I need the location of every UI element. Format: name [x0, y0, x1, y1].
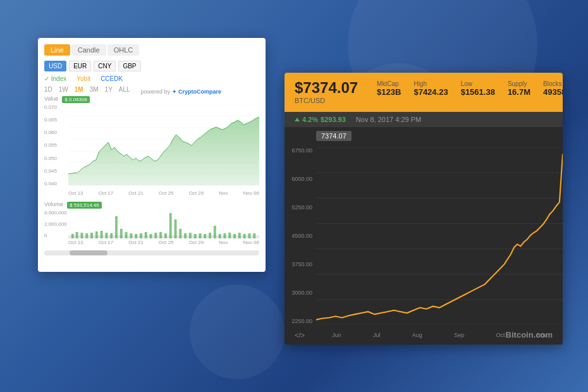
exchange-ccedk[interactable]: CCEDK — [101, 75, 123, 82]
bitcoin-widget: $7374.07 BTC/USD MktCap $123B High $7424… — [285, 73, 563, 345]
exchange-yobit[interactable]: Yobit — [77, 75, 90, 82]
btc-chart-area: 6750.00 6000.00 5250.00 4500.00 3750.00 … — [285, 141, 563, 343]
cryptocompare-widget: Line Candle OHLC powered by ✦ CryptoComp… — [38, 38, 266, 272]
svg-rect-10 — [76, 232, 78, 238]
current-value: $ 0.06308 — [62, 96, 90, 103]
chart-scrollbar[interactable] — [44, 250, 259, 255]
svg-rect-37 — [209, 233, 211, 238]
svg-rect-42 — [233, 234, 236, 238]
range-1y[interactable]: 1Y — [105, 86, 113, 93]
btc-stats: MktCap $123B High $7424.23 Low $1561.38 … — [377, 80, 563, 97]
svg-rect-31 — [179, 229, 181, 238]
svg-rect-19 — [120, 229, 123, 238]
volume-chart: 4,000,000 2,000,000 0 — [44, 210, 259, 238]
value-label: Value — [44, 95, 58, 102]
svg-rect-44 — [243, 234, 246, 238]
stat-blocks: Blocks 493587 — [543, 80, 563, 97]
chart-tabs: Line Candle OHLC powered by ✦ CryptoComp… — [44, 44, 259, 56]
volume-value: $ 593,514.46 — [67, 202, 102, 209]
btc-price-block: $7374.07 BTC/USD — [295, 80, 358, 104]
svg-rect-26 — [154, 233, 157, 238]
x-axis: Oct 13 Oct 17 Oct 21 Oct 25 Oct 29 Nov N… — [44, 190, 259, 196]
svg-rect-38 — [214, 226, 216, 238]
stat-supply: Supply 16.7M — [508, 80, 530, 97]
range-all[interactable]: ALL — [119, 86, 130, 93]
current-price-box: 7374.07 — [316, 131, 352, 141]
svg-rect-43 — [238, 233, 241, 238]
svg-rect-11 — [80, 233, 83, 238]
svg-rect-33 — [189, 233, 192, 238]
stat-low: Low $1561.38 — [461, 80, 495, 97]
exchange-row: ✓ Index Yobit CCEDK — [44, 75, 259, 82]
range-1m[interactable]: 1M — [75, 86, 83, 93]
svg-rect-18 — [115, 216, 118, 238]
svg-rect-16 — [105, 233, 107, 238]
stat-high: High $7424.23 — [413, 80, 448, 97]
svg-rect-17 — [110, 233, 113, 238]
tab-line[interactable]: Line — [44, 44, 70, 56]
svg-rect-27 — [159, 232, 162, 238]
range-1w[interactable]: 1W — [59, 86, 68, 93]
svg-rect-28 — [164, 233, 167, 238]
btc-subheader: 4.2% $293.93 Nov 8, 2017 4:29 PM — [285, 112, 563, 127]
svg-rect-32 — [184, 233, 187, 238]
volume-section: Volume $ 593,514.46 4,000,000 2,000,000 … — [44, 201, 259, 245]
svg-rect-13 — [90, 233, 93, 238]
svg-rect-45 — [248, 233, 250, 238]
bitcoin-logo: Bitcoin.com — [506, 330, 553, 340]
svg-rect-40 — [223, 233, 226, 238]
svg-rect-21 — [130, 233, 132, 238]
svg-rect-12 — [85, 233, 88, 238]
svg-rect-14 — [95, 231, 98, 238]
svg-rect-9 — [71, 234, 74, 238]
svg-rect-35 — [199, 233, 202, 238]
btc-y-axis: 6750.00 6000.00 5250.00 4500.00 3750.00 … — [285, 147, 316, 324]
svg-rect-41 — [228, 233, 231, 238]
stat-mktcap: MktCap $123B — [377, 80, 401, 97]
tab-ohlc[interactable]: OHLC — [107, 44, 140, 56]
y-axis: 0.070 0.065 0.060 0.055 0.050 0.045 0.04… — [44, 104, 68, 187]
scrollbar-thumb[interactable] — [70, 250, 107, 255]
btc-price: $7374.07 — [295, 80, 358, 95]
svg-rect-25 — [150, 234, 152, 238]
change-badge: 4.2% $293.93 — [295, 116, 346, 123]
svg-rect-46 — [253, 233, 255, 238]
chart-svg-area — [68, 104, 259, 187]
main-chart: 0.070 0.065 0.060 0.055 0.050 0.045 0.04… — [44, 104, 259, 187]
currency-gbp[interactable]: GBP — [118, 61, 140, 71]
up-arrow-icon — [295, 118, 300, 121]
btc-footer: </> Bitcoin.com — [295, 330, 553, 340]
range-1d[interactable]: 1D — [44, 86, 52, 93]
range-3m[interactable]: 3M — [90, 86, 99, 93]
svg-rect-23 — [140, 233, 142, 238]
svg-rect-36 — [204, 234, 206, 238]
tab-candle[interactable]: Candle — [71, 44, 106, 56]
currency-eur[interactable]: EUR — [69, 61, 91, 71]
currency-usd[interactable]: USD — [44, 61, 66, 71]
volume-label: Volume — [44, 201, 63, 207]
svg-rect-20 — [125, 232, 128, 238]
svg-rect-22 — [135, 234, 137, 238]
btc-header: $7374.07 BTC/USD MktCap $123B High $7424… — [285, 73, 563, 112]
svg-rect-24 — [145, 232, 147, 238]
timestamp: Nov 8, 2017 4:29 PM — [356, 116, 421, 123]
svg-rect-30 — [175, 219, 177, 238]
code-icon: </> — [295, 331, 305, 339]
index-label[interactable]: ✓ Index — [44, 75, 66, 82]
svg-rect-15 — [101, 231, 103, 238]
btc-pair: BTC/USD — [295, 97, 358, 104]
current-price-row: 7374.07 — [285, 127, 563, 141]
btc-chart-svg — [316, 147, 563, 324]
volume-x-axis: Oct 13 Oct 17 Oct 21 Oct 25 Oct 29 Nov N… — [44, 240, 259, 245]
powered-by-label: powered by ✦ CryptoCompare — [140, 89, 221, 95]
currency-row: USD EUR CNY GBP — [44, 61, 259, 71]
svg-rect-39 — [219, 234, 221, 238]
svg-rect-34 — [194, 234, 197, 238]
svg-rect-29 — [169, 213, 172, 238]
currency-cny[interactable]: CNY — [94, 61, 116, 71]
